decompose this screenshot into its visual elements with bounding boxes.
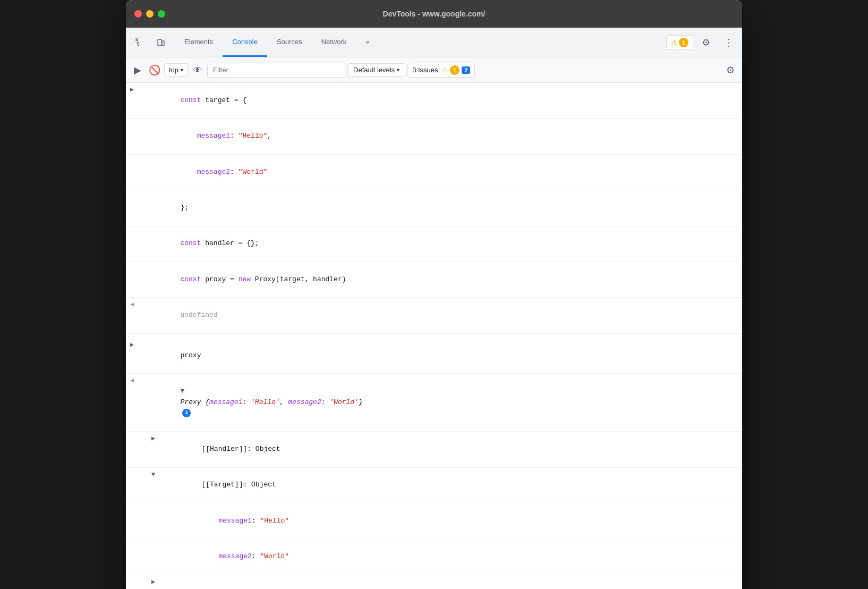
svg-rect-2: [162, 41, 164, 46]
expand-proxy-icon[interactable]: ▼: [180, 386, 188, 397]
expand-handler-icon[interactable]: ▶: [151, 434, 159, 444]
console-toolbar: ▶ 🚫 top ▾ 👁 Default levels ▾ 3 Issues: ⚠…: [126, 57, 742, 83]
context-selector[interactable]: top ▾: [164, 63, 188, 77]
console-line-proxy-input: ▶ proxy: [126, 338, 742, 374]
close-button[interactable]: [134, 10, 142, 18]
svg-rect-1: [158, 39, 161, 46]
filter-input[interactable]: [207, 63, 345, 78]
console-line-msg1: message1: "Hello",: [126, 119, 742, 154]
clear-console-button[interactable]: 🚫: [147, 63, 162, 78]
run-script-button[interactable]: ▶: [130, 63, 145, 78]
tab-elements[interactable]: Elements: [175, 28, 223, 57]
minimize-button[interactable]: [146, 10, 154, 18]
tab-bar-right: ⚠ 1 ⚙ ⋮: [666, 28, 738, 57]
chevron-down-icon: ▾: [397, 67, 399, 73]
tab-bar-left: [130, 28, 171, 57]
spacer: [126, 334, 742, 338]
tab-sources[interactable]: Sources: [267, 28, 312, 57]
console-line-input-start: ▶ const target = {: [126, 83, 742, 119]
tab-network[interactable]: Network: [312, 28, 356, 57]
titlebar: DevTools - www.google.com/: [126, 0, 742, 28]
console-line-proxy-def: const proxy = new Proxy(target, handler): [126, 262, 742, 298]
expand-input-icon[interactable]: ▶: [130, 85, 134, 95]
main-tabs: Elements Console Sources Network »: [175, 28, 666, 57]
log-level-dropdown[interactable]: Default levels ▾: [347, 63, 405, 77]
tab-more[interactable]: »: [356, 28, 379, 57]
maximize-button[interactable]: [158, 10, 165, 18]
svg-rect-0: [136, 39, 138, 40]
chevron-down-icon: ▾: [181, 67, 183, 73]
info-icon[interactable]: i: [182, 409, 191, 417]
context-label: top: [169, 66, 178, 74]
window-title: DevTools - www.google.com/: [383, 10, 486, 18]
live-expression-button[interactable]: 👁: [190, 63, 205, 78]
warning-icon: ⚠: [442, 66, 448, 74]
issues-info-count: 2: [462, 66, 470, 74]
console-line-proxy-output: ◀ ▼ Proxy {message1: 'Hello', message2: …: [126, 374, 742, 432]
tab-bar: Elements Console Sources Network » ⚠ 1 ⚙…: [126, 28, 742, 57]
expand-target-icon[interactable]: ▼: [151, 470, 159, 480]
expand-prototype-icon[interactable]: ▶: [151, 577, 159, 587]
console-line-prototype-prop: ▶ [[Prototype]]: Object: [126, 575, 742, 589]
inspect-element-button[interactable]: [130, 33, 149, 52]
more-options-button[interactable]: ⋮: [719, 33, 738, 52]
console-line-handler: const handler = {};: [126, 226, 742, 262]
traffic-lights: [134, 10, 165, 18]
settings-button[interactable]: ⚙: [696, 33, 716, 52]
issues-warning-count: 1: [450, 65, 459, 75]
console-line-target-msg2: message2: "World": [126, 539, 742, 575]
console-output: ▶ const target = { message1: "Hello", me…: [126, 83, 742, 589]
console-line-target-prop: ▼ [[Target]]: Object: [126, 468, 742, 503]
expand-proxy-input-icon[interactable]: ▶: [130, 340, 134, 350]
console-line-handler-prop: ▶ [[Handler]]: Object: [126, 432, 742, 467]
console-settings-button[interactable]: ⚙: [723, 63, 738, 78]
console-line-target-msg1: message1: "Hello": [126, 503, 742, 539]
console-line-close-brace: };: [126, 190, 742, 226]
devtools-window: DevTools - www.google.com/ Elements: [126, 0, 742, 589]
line-gutter: ▶: [130, 84, 147, 95]
issues-count[interactable]: 3 Issues: ⚠ 1 2: [407, 63, 475, 78]
issues-text: 3 Issues:: [412, 66, 440, 74]
warning-icon: ⚠: [671, 38, 678, 47]
log-level-label: Default levels: [353, 66, 395, 74]
collapse-icon[interactable]: ◀: [130, 376, 134, 386]
line-content: const target = {: [147, 84, 738, 117]
warning-count: 1: [679, 38, 688, 47]
tab-console[interactable]: Console: [223, 28, 267, 57]
console-line-undefined: ◀ undefined: [126, 298, 742, 333]
device-toolbar-button[interactable]: [151, 33, 171, 52]
console-line-msg2: message2: "World": [126, 155, 742, 190]
issues-badge[interactable]: ⚠ 1: [666, 35, 693, 50]
